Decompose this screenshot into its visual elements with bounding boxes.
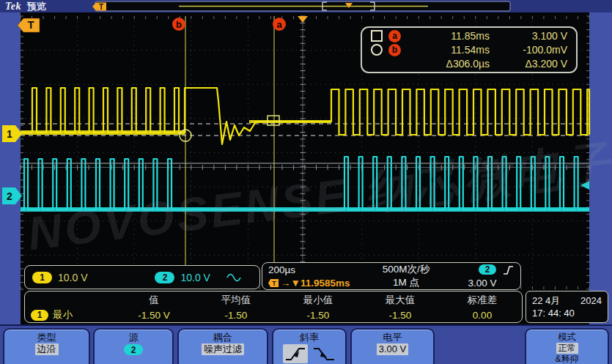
- menu-level-value: 3.00 V: [377, 343, 409, 355]
- trigger-level: 3.00 V: [450, 278, 515, 289]
- measurement-bar: 值 平均值 最小值 最大值 标准差 1 最小 -1.50 V -1.50 -1.…: [24, 291, 523, 323]
- trigger-slope-icon: [502, 264, 515, 275]
- menu-mode-label: 模式: [558, 332, 576, 343]
- menu-level-button[interactable]: 电平 3.00 V: [350, 328, 435, 364]
- ch2-scale: 10.0 V: [180, 272, 210, 283]
- cursor-b-label: b: [388, 44, 401, 56]
- meas-max: -1.50: [359, 310, 441, 321]
- ch1-ground-marker[interactable]: 1: [2, 125, 22, 142]
- menu-source-label: 源: [129, 332, 139, 343]
- rising-slope-icon: [283, 344, 308, 363]
- acquisition-mode-label: 预览: [27, 0, 46, 13]
- cursor-delta-volt: Δ3.200 V: [490, 58, 567, 70]
- menu-mode-button[interactable]: 模式 正常 &释抑: [525, 328, 609, 364]
- menu-coupling-label: 耦合: [213, 332, 232, 343]
- falling-slope-icon: [312, 345, 336, 363]
- svg-text:T: T: [272, 280, 276, 287]
- menu-type-value: 边沿: [35, 343, 59, 355]
- cursor-a-row: a 11.85ms 3.100 V: [371, 29, 567, 43]
- menu-mode-value2: &释抑: [555, 354, 578, 364]
- sample-rate: 500M次/秒: [362, 263, 450, 276]
- cursor-b-volt: -100.0mV: [490, 44, 567, 56]
- datetime-box: 22 4月 2024 17: 44: 40: [526, 291, 608, 323]
- cursor-a-time: 11.85ms: [412, 30, 490, 42]
- cursor-a-volt: 3.100 V: [490, 30, 567, 42]
- soft-menu-bar: 类型 边沿 源 2 耦合 噪声过滤 斜率 电平 3.00 V 模式 正常 &释抑: [0, 324, 612, 364]
- meas-header-value: 值: [113, 294, 195, 307]
- meas-min: -1.50: [277, 310, 359, 321]
- date-label: 22 4月: [532, 294, 560, 307]
- cursor-a-square-icon: [371, 30, 383, 42]
- cursor-readout-box: a 11.85ms 3.100 V b 11.54ms -100.0mV Δ30…: [361, 26, 578, 73]
- trigger-source-badge: 2: [479, 264, 496, 275]
- year-label: 2024: [580, 294, 602, 307]
- meas-name: 最小: [53, 308, 73, 322]
- meas-header-mean: 平均值: [195, 294, 277, 307]
- ch2-badge[interactable]: 2: [155, 272, 174, 283]
- menu-source-value: 2: [124, 344, 143, 355]
- trigger-position: 11.9585ms: [301, 278, 350, 289]
- cursor-b-circle-icon: [371, 44, 383, 56]
- meas-mean: -1.50: [195, 310, 277, 321]
- trigger-row: T →▼11.9585ms 1M 点 3.00 V: [268, 276, 515, 289]
- meas-stddev: 0.00: [441, 310, 523, 321]
- ch1-scale: 10.0 V: [58, 272, 87, 283]
- meas-value: -1.50 V: [113, 310, 195, 321]
- menu-level-label: 电平: [383, 332, 402, 343]
- horizontal-trigger-readout: 200µs 500M次/秒 2 T →▼11.9585ms 1M 点 3.00 …: [262, 262, 521, 290]
- svg-text:1: 1: [7, 128, 12, 140]
- menu-coupling-button[interactable]: 耦合 噪声过滤: [177, 328, 268, 364]
- menu-source-button[interactable]: 源 2: [93, 328, 174, 364]
- meas-header-min: 最小值: [277, 294, 359, 307]
- time-label: 17: 44: 40: [532, 307, 575, 319]
- ch2-ground-marker[interactable]: 2: [2, 187, 22, 204]
- record-length: 1M 点: [362, 276, 450, 289]
- horizontal-row: 200µs 500M次/秒 2: [268, 263, 515, 276]
- channel-scale-readout: 1 10.0 V 2 10.0 V: [24, 265, 260, 289]
- menu-type-button[interactable]: 类型 边沿: [3, 328, 90, 364]
- menu-mode-value: 正常: [556, 343, 578, 354]
- timebase-scale: 200µs: [268, 264, 362, 275]
- menu-slope-label: 斜率: [300, 332, 319, 343]
- title-bar: Tek 预览: [0, 0, 612, 12]
- cursor-b-time: 11.54ms: [412, 44, 490, 56]
- meas-header-stddev: 标准差: [441, 294, 523, 307]
- cursor-a-label: a: [388, 30, 401, 42]
- meas-header-max: 最大值: [359, 294, 441, 307]
- trigger-position-prefix: →▼: [281, 278, 301, 289]
- menu-slope-button[interactable]: 斜率: [272, 328, 347, 364]
- oscilloscope-screen: { "header": { "brand": "Tek", "mode": "预…: [0, 0, 612, 364]
- cursor-delta-time: Δ306.0µs: [412, 58, 490, 70]
- menu-coupling-value: 噪声过滤: [202, 343, 244, 355]
- cursor-b-row: b 11.54ms -100.0mV: [371, 43, 567, 57]
- ac-coupling-icon: [226, 272, 241, 283]
- svg-text:2: 2: [7, 190, 12, 202]
- brand-logo: Tek: [5, 1, 21, 12]
- cursor-delta-row: Δ306.0µs Δ3.200 V: [371, 56, 567, 70]
- ch1-badge[interactable]: 1: [32, 272, 52, 283]
- menu-type-label: 类型: [37, 332, 56, 343]
- trigger-flag-small-icon: T: [268, 278, 279, 288]
- meas-source-badge: 1: [31, 310, 48, 321]
